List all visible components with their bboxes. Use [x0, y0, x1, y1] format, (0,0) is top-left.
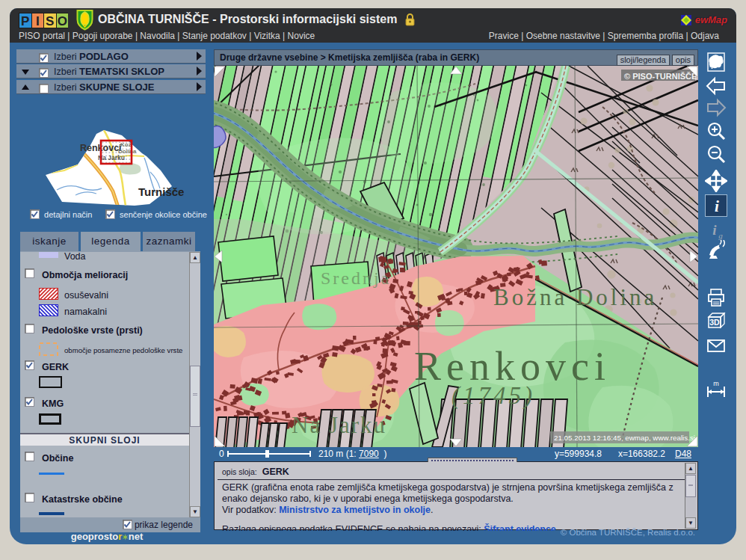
svg-text:m: m: [713, 380, 719, 387]
svg-text:i: i: [715, 197, 719, 215]
svg-text:Srednja: Srednja: [321, 268, 391, 288]
svg-text:Božna Dolina: Božna Dolina: [493, 284, 657, 310]
svg-text:© PISO-TURNIŠČE: © PISO-TURNIŠČE: [624, 72, 697, 81]
svg-text:Na Jarku: Na Jarku: [292, 412, 386, 438]
svg-text:Na Jarku: Na Jarku: [98, 154, 125, 161]
svg-text:3D: 3D: [709, 318, 720, 327]
svg-text:g: g: [718, 231, 723, 240]
svg-text:Koz: Koz: [120, 141, 132, 148]
svg-text:Turnišče: Turnišče: [138, 185, 184, 198]
svg-text:21.05.2013 12:16:45, ewmap, ww: 21.05.2013 12:16:45, ewmap, www.realis.s…: [554, 434, 695, 442]
svg-text:i: i: [712, 222, 717, 238]
svg-text:(1745): (1745): [451, 382, 535, 410]
